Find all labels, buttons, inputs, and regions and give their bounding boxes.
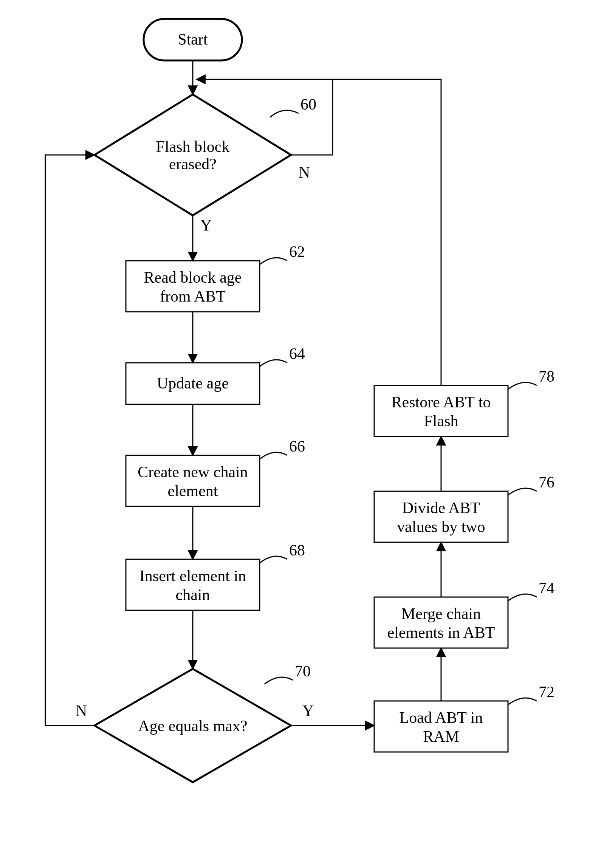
d60-yes: Y bbox=[200, 217, 212, 234]
decision-age-equals-max: Age equals max? bbox=[94, 669, 291, 782]
d60-no: N bbox=[299, 164, 310, 181]
b74-l2: elements in ABT bbox=[387, 624, 495, 641]
edge-b78-loop bbox=[197, 79, 441, 385]
d70-no: N bbox=[76, 702, 87, 719]
ref-68: 68 bbox=[289, 542, 305, 559]
ref-leader-64 bbox=[260, 360, 287, 367]
ref-78: 78 bbox=[539, 368, 554, 385]
b72-l1: Load ABT in bbox=[400, 709, 483, 726]
d60-line1: Flash block bbox=[156, 138, 230, 155]
d70-yes: Y bbox=[302, 702, 314, 719]
edge-d70-no-loop bbox=[45, 155, 94, 726]
b68-l1: Insert element in bbox=[139, 567, 246, 585]
ref-leader-62 bbox=[260, 258, 287, 265]
b64-l1: Update age bbox=[157, 374, 229, 392]
b62-l1: Read block age bbox=[144, 269, 242, 286]
b76-l1: Divide ABT bbox=[402, 499, 480, 517]
ref-60: 60 bbox=[300, 96, 316, 113]
ref-leader-72 bbox=[508, 698, 537, 705]
edge-d60-no-loop bbox=[291, 79, 333, 155]
b76-l2: values by two bbox=[397, 518, 485, 535]
ref-leader-66 bbox=[260, 452, 287, 459]
ref-leader-78 bbox=[508, 382, 537, 389]
ref-72: 72 bbox=[539, 683, 554, 701]
ref-64: 64 bbox=[289, 345, 305, 362]
b78-l2: Flash bbox=[424, 412, 458, 430]
start-label: Start bbox=[178, 31, 208, 48]
ref-leader-60 bbox=[270, 110, 299, 117]
ref-leader-76 bbox=[508, 488, 537, 495]
b74-l1: Merge chain bbox=[401, 605, 481, 622]
b68-l2: chain bbox=[176, 586, 210, 603]
ref-66: 66 bbox=[289, 438, 305, 455]
b78-l1: Restore ABT to bbox=[392, 393, 491, 411]
ref-74: 74 bbox=[539, 579, 554, 597]
b62-l2: from ABT bbox=[160, 288, 226, 305]
ref-62: 62 bbox=[289, 243, 305, 260]
decision-flash-block-erased: Flash block erased? bbox=[94, 94, 291, 215]
ref-70: 70 bbox=[295, 662, 311, 680]
b72-l2: RAM bbox=[423, 728, 459, 745]
d60-line2: erased? bbox=[169, 155, 217, 173]
ref-leader-74 bbox=[508, 594, 537, 601]
ref-76: 76 bbox=[539, 473, 554, 491]
b66-l1: Create new chain bbox=[138, 463, 248, 481]
ref-leader-68 bbox=[260, 556, 287, 563]
d70-l1: Age equals max? bbox=[138, 717, 247, 735]
b66-l2: element bbox=[168, 482, 218, 500]
ref-leader-70 bbox=[265, 677, 293, 684]
